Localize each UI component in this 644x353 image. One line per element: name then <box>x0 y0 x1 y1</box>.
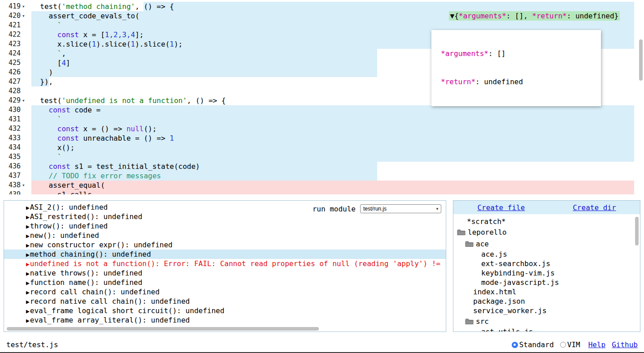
tree-file[interactable]: *scratch* <box>453 217 640 226</box>
expand-triangle-icon[interactable]: ▶ <box>26 204 30 211</box>
line-number-gutter[interactable]: 431 <box>0 115 31 124</box>
line-number-gutter[interactable]: 420▾ <box>0 11 31 21</box>
tree-file[interactable]: index.html <box>453 287 640 297</box>
expand-triangle-icon[interactable]: ▶ <box>26 298 30 305</box>
line-number-gutter[interactable]: 421 <box>0 21 31 30</box>
code-editor[interactable]: 419▾ test('method chaining', () => {420▾… <box>0 0 644 194</box>
code-line[interactable]: 438▾ assert_equal( <box>0 181 644 190</box>
expand-triangle-icon[interactable]: ▶ <box>26 232 30 239</box>
file-explorer-header: Create file Create dir <box>453 201 640 214</box>
expand-triangle-icon[interactable]: ▶ <box>26 223 30 230</box>
code-line[interactable]: 437 // TODO fix error messages <box>0 171 644 181</box>
line-number-gutter[interactable]: 434 <box>0 143 31 152</box>
tree-file[interactable]: keybinding-vim.js <box>453 268 640 278</box>
expand-triangle-icon[interactable]: ▶ <box>26 270 30 277</box>
test-result-item[interactable]: ▶record native call chain(): undefined <box>4 297 446 306</box>
code-line[interactable]: 436 const s1 = test_initial_state(code) <box>0 162 644 171</box>
test-result-item[interactable]: ▶function name(): undefined <box>4 278 446 287</box>
tree-file[interactable]: service_worker.js <box>453 306 640 315</box>
file-tree-scrollbar-thumb[interactable] <box>635 217 639 245</box>
line-number-gutter[interactable]: 425 <box>0 58 31 68</box>
test-result-label: new constructor expr(): undefined <box>30 241 173 249</box>
tree-folder[interactable]: leporello <box>453 226 640 238</box>
tree-folder[interactable]: src <box>453 315 640 327</box>
line-number-gutter[interactable]: 424 <box>0 49 31 58</box>
line-number-gutter[interactable]: 439 <box>0 190 31 194</box>
tooltip-summary[interactable]: ▼{*arguments*: [], *return*: undefined} <box>449 11 620 21</box>
code-line[interactable]: 434 x(); <box>0 143 644 152</box>
keybinding-radio-standard[interactable]: Standard <box>512 340 554 349</box>
line-number-gutter[interactable]: 429▾ <box>0 96 31 105</box>
expand-triangle-icon[interactable]: ▶ <box>26 242 30 249</box>
code-line[interactable]: 439 s1.calls <box>0 190 644 194</box>
line-number-gutter[interactable]: 426 <box>0 68 31 77</box>
fold-marker-icon[interactable]: ▾ <box>21 11 31 21</box>
editor-scrollbar[interactable] <box>639 0 643 194</box>
bottom-panels: run module test/run.js ▼ ▶ASI_2(): undef… <box>0 194 644 332</box>
test-result-item[interactable]: ▶native throws(): undefined <box>4 268 446 278</box>
code-text: ) <box>31 68 53 77</box>
line-number-gutter[interactable]: 432 <box>0 124 31 133</box>
keybinding-label: Standard <box>519 340 554 349</box>
line-highlight-blue <box>31 58 377 68</box>
line-number-gutter[interactable]: 419▾ <box>0 2 31 11</box>
test-result-item[interactable]: ▶eval_frame array_literal(): undefined <box>4 315 446 325</box>
line-number-gutter[interactable]: 427 <box>0 77 31 86</box>
code-line[interactable]: 433 const unreachable = () => 1 <box>0 133 644 143</box>
keybinding-radio-vim[interactable]: VIM <box>560 340 580 349</box>
tree-folder[interactable]: ace <box>453 238 640 250</box>
code-line[interactable]: 432 const x = () => null(); <box>0 124 644 133</box>
tree-file[interactable]: package.json <box>453 297 640 306</box>
keybinding-label: VIM <box>567 340 580 349</box>
expand-triangle-icon[interactable]: ▶ <box>26 317 30 324</box>
tree-file[interactable]: ast_utils.js <box>453 327 640 332</box>
horizontal-scrollbar[interactable] <box>6 327 444 331</box>
line-number-gutter[interactable]: 437 <box>0 171 31 181</box>
fold-marker-icon[interactable]: ▾ <box>21 181 31 190</box>
code-line[interactable]: 435 ` <box>0 152 644 162</box>
line-number-gutter[interactable]: 433 <box>0 133 31 143</box>
file-name: package.json <box>473 297 525 306</box>
test-result-label: method chaining(): undefined <box>30 250 151 258</box>
expand-triangle-icon[interactable]: ▶ <box>26 214 30 220</box>
line-number-gutter[interactable]: 438▾ <box>0 181 31 190</box>
expand-triangle-icon[interactable]: ▶ <box>26 280 30 286</box>
file-explorer-panel: Create file Create dir *scratch*leporell… <box>453 200 640 332</box>
editor-scrollbar-thumb[interactable] <box>639 39 643 81</box>
test-result-item[interactable]: ▶new(): undefined <box>4 231 446 240</box>
fold-marker-icon[interactable]: ▾ <box>21 96 31 105</box>
radio-icon <box>560 342 566 348</box>
expand-triangle-icon[interactable]: ▶ <box>26 308 30 314</box>
folder-name: ace <box>476 240 489 248</box>
line-number-gutter[interactable]: 436 <box>0 162 31 171</box>
line-number-gutter[interactable]: 435 <box>0 152 31 162</box>
test-result-item[interactable]: ▶new constructor expr(): undefined <box>4 240 446 250</box>
tooltip-return-row[interactable]: *return*: undefined <box>441 77 601 86</box>
expand-triangle-icon[interactable]: ▶ <box>26 251 30 258</box>
create-dir-button[interactable]: Create dir <box>573 203 616 212</box>
help-link[interactable]: Help <box>588 340 606 349</box>
tooltip-arguments-row[interactable]: *arguments*: [] <box>441 49 601 58</box>
line-number-gutter[interactable]: 428 <box>0 86 31 96</box>
fold-marker-icon[interactable]: ▾ <box>21 2 31 11</box>
line-number-gutter[interactable]: 423 <box>0 39 31 49</box>
file-name: service_worker.js <box>473 306 547 315</box>
test-result-item[interactable]: ▶ASI_restrited(): undefined <box>4 212 446 221</box>
tree-file[interactable]: ace.js <box>453 250 640 259</box>
test-result-item[interactable]: ▶eval_frame logical short circuit(): und… <box>4 306 446 315</box>
test-result-item[interactable]: ▶undefined is not a function(): Error: F… <box>4 259 446 268</box>
horizontal-scrollbar-thumb[interactable] <box>7 327 319 331</box>
expand-triangle-icon[interactable]: ▶ <box>26 261 30 267</box>
tree-file[interactable]: mode-javascript.js <box>453 278 640 287</box>
module-select[interactable]: test/run.js ▼ <box>360 204 441 213</box>
create-file-button[interactable]: Create file <box>477 203 525 212</box>
github-link[interactable]: Github <box>612 340 638 349</box>
test-result-item[interactable]: ▶throw(): undefined <box>4 221 446 231</box>
tree-file[interactable]: ext-searchbox.js <box>453 259 640 268</box>
expand-triangle-icon[interactable]: ▶ <box>26 289 30 296</box>
line-number-gutter[interactable]: 430 <box>0 105 31 115</box>
line-number-gutter[interactable]: 422 <box>0 30 31 39</box>
radio-icon <box>512 342 518 348</box>
test-result-item[interactable]: ▶method chaining(): undefined <box>4 250 446 259</box>
test-result-item[interactable]: ▶record call chain(): undefined <box>4 287 446 297</box>
